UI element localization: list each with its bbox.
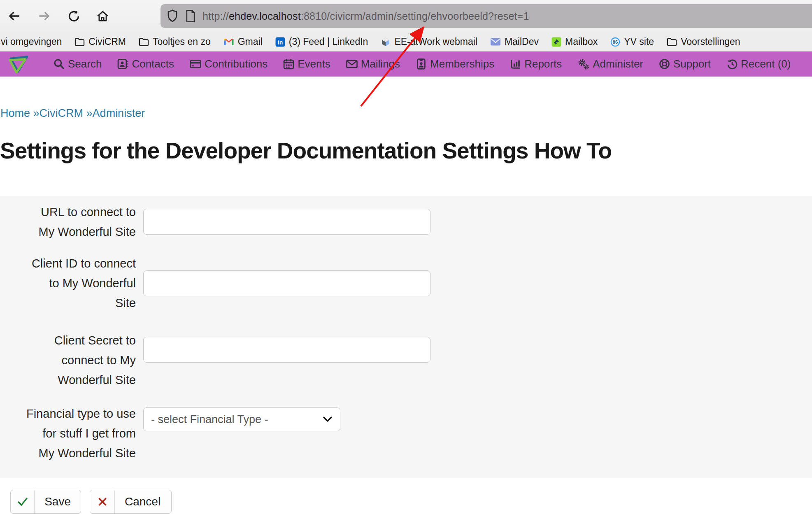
- breadcrumb-link-administer[interactable]: Administer: [93, 107, 145, 119]
- menu-label: Mailings: [361, 58, 400, 70]
- linkedin-icon: in: [275, 37, 285, 47]
- url-input[interactable]: [143, 209, 430, 235]
- civicrm-menubar: Search Contacts Contributions: [0, 51, 812, 77]
- menu-label: Reports: [524, 58, 562, 70]
- bookmark-label: YV site: [624, 36, 654, 47]
- back-icon: [8, 10, 21, 22]
- search-icon: [54, 58, 65, 70]
- contact-card-icon: [117, 58, 128, 70]
- menu-item-memberships[interactable]: Memberships: [416, 58, 494, 70]
- x-icon: [90, 490, 115, 513]
- financial-type-select[interactable]: - select Financial Type -: [143, 407, 340, 431]
- menu-item-contacts[interactable]: Contacts: [117, 58, 174, 70]
- breadcrumb-link-home[interactable]: Home: [0, 107, 30, 119]
- menu-label: Contacts: [132, 58, 174, 70]
- forward-button[interactable]: [35, 7, 53, 25]
- bookmark-label: Voorstellingen: [681, 36, 740, 47]
- bookmark-label: CiviCRM: [88, 36, 126, 47]
- select-value: - select Financial Type -: [151, 413, 323, 426]
- reload-button[interactable]: [65, 7, 83, 25]
- menu-item-reports[interactable]: Reports: [510, 58, 562, 70]
- breadcrumb-link-civicrm[interactable]: CiviCRM: [40, 107, 83, 119]
- page-title: Settings for the Developer Documentation…: [0, 137, 782, 164]
- menu-item-mailings[interactable]: Mailings: [346, 58, 400, 70]
- bookmark-item-yv-site[interactable]: 86 YV site: [610, 36, 654, 47]
- bookmark-item-maildev[interactable]: MailDev: [490, 36, 539, 47]
- svg-text:in: in: [278, 39, 283, 45]
- credit-card-icon: [190, 58, 201, 70]
- save-button[interactable]: Save: [10, 490, 81, 514]
- history-icon: [726, 58, 738, 70]
- envelope-icon: [490, 37, 501, 46]
- folder-icon: [139, 37, 149, 47]
- menu-item-recent[interactable]: Recent (0): [726, 58, 791, 70]
- bookmarks-bar: vi omgevingen CiviCRM Tooltjes en zo: [0, 32, 812, 51]
- bookmark-item-ee-atwork[interactable]: EE-atWork webmail: [381, 36, 477, 47]
- client-id-input[interactable]: [143, 270, 430, 296]
- bookmark-item-linkedin[interactable]: in (3) Feed | LinkedIn: [275, 36, 368, 47]
- reload-icon: [67, 10, 80, 23]
- cancel-button[interactable]: Cancel: [90, 490, 172, 514]
- menu-item-events[interactable]: Events: [283, 58, 330, 70]
- svg-text:86: 86: [613, 40, 618, 44]
- gears-icon: [577, 58, 589, 70]
- folder-icon: [667, 37, 677, 47]
- cube-icon: [381, 37, 391, 47]
- menu-label: Search: [68, 58, 102, 70]
- check-icon: [11, 490, 35, 513]
- address-bar[interactable]: http://ehdev.localhost:8810/civicrm/admi…: [161, 4, 812, 28]
- chevron-down-icon: [323, 416, 333, 423]
- url-scheme: http://: [202, 10, 229, 22]
- field-label-client-id: Client ID to connect to My Wonderful Sit…: [0, 254, 136, 313]
- bookmark-label: Mailbox: [565, 36, 598, 47]
- bookmark-label: Gmail: [238, 36, 263, 47]
- breadcrumb: Home »CiviCRM »Administer: [0, 107, 145, 120]
- browser-toolbar: http://ehdev.localhost:8810/civicrm/admi…: [0, 0, 812, 32]
- bookmark-item-civicrm[interactable]: CiviCRM: [74, 36, 126, 47]
- field-label-financial-type: Financial type to use for stuff I get fr…: [0, 404, 136, 463]
- menu-label: Support: [673, 58, 711, 70]
- menu-item-administer[interactable]: Administer: [577, 58, 643, 70]
- home-icon: [96, 10, 109, 23]
- civicrm-logo[interactable]: [7, 54, 32, 75]
- url-text[interactable]: http://ehdev.localhost:8810/civicrm/admi…: [202, 10, 529, 22]
- menu-label: Contributions: [205, 58, 268, 70]
- home-button[interactable]: [93, 7, 112, 25]
- bookmark-item-tooltjes[interactable]: Tooltjes en zo: [139, 36, 211, 47]
- url-path: :8810/civicrm/admin/setting/ehvoorbeeld?…: [301, 10, 529, 22]
- bookmark-item-gmail[interactable]: Gmail: [223, 36, 263, 47]
- back-button[interactable]: [5, 7, 23, 25]
- id-badge-icon: [416, 58, 427, 70]
- menu-label: Administer: [593, 58, 643, 70]
- menu-items: Search Contacts Contributions: [54, 58, 791, 70]
- menu-label: Memberships: [430, 58, 494, 70]
- url-domain: ehdev.localhost: [229, 10, 301, 22]
- browser-window: http://ehdev.localhost:8810/civicrm/admi…: [0, 0, 812, 519]
- menu-item-support[interactable]: Support: [659, 58, 711, 70]
- menu-item-search[interactable]: Search: [54, 58, 102, 70]
- forward-icon: [38, 10, 50, 22]
- cancel-label: Cancel: [115, 490, 170, 513]
- envelope-icon: [346, 58, 358, 70]
- life-ring-icon: [659, 58, 670, 70]
- bookmark-item-mailbox[interactable]: Mailbox: [551, 36, 598, 47]
- menu-label: Recent (0): [741, 58, 791, 70]
- gmail-icon: [223, 37, 234, 46]
- field-label-url: URL to connect to My Wonderful Site: [0, 202, 136, 242]
- badge-86-icon: 86: [610, 37, 620, 47]
- bookmark-item-voorstellingen[interactable]: Voorstellingen: [667, 36, 740, 47]
- bookmark-label: Tooltjes en zo: [153, 36, 211, 47]
- pinwheel-icon: [551, 37, 561, 47]
- client-secret-input[interactable]: [143, 337, 430, 363]
- folder-icon: [74, 37, 85, 47]
- bookmark-label: vi omgevingen: [1, 36, 62, 47]
- breadcrumb-separator: »: [33, 107, 40, 119]
- bookmark-label: MailDev: [505, 36, 539, 47]
- shield-icon[interactable]: [166, 9, 179, 23]
- menu-item-contributions[interactable]: Contributions: [190, 58, 268, 70]
- field-label-client-secret: Client Secret to connect to My Wonderful…: [0, 330, 136, 390]
- calendar-icon: [283, 58, 294, 70]
- bookmark-item-omgevingen[interactable]: vi omgevingen: [1, 36, 62, 47]
- menu-label: Events: [298, 58, 330, 70]
- page-icon[interactable]: [185, 9, 196, 23]
